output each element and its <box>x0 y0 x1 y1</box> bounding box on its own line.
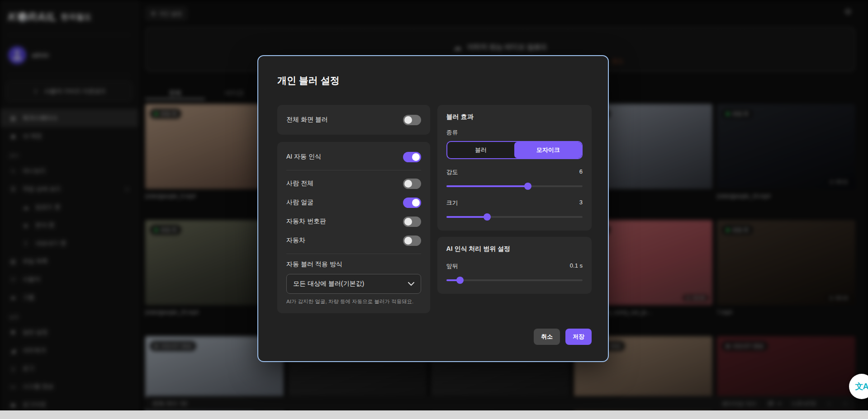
car-label: 자동차 <box>286 236 305 245</box>
auto-blur-method-label: 자동 블러 적용 방식 <box>286 260 421 268</box>
size-slider[interactable] <box>446 213 583 221</box>
personal-blur-settings-modal: 개인 블러 설정 전체 화면 블러 AI 자동 인식 사람 전체 <box>257 55 609 362</box>
chevron-down-icon <box>408 282 414 286</box>
size-value: 3 <box>579 199 583 207</box>
slider-thumb[interactable] <box>524 183 531 190</box>
person-all-toggle[interactable] <box>403 179 421 189</box>
range-label: 앞뒤 <box>446 262 458 270</box>
strength-value: 6 <box>579 168 583 176</box>
blur-effect-title: 블러 효과 <box>446 113 583 121</box>
range-slider[interactable] <box>446 277 583 284</box>
person-face-toggle[interactable] <box>403 198 421 208</box>
auto-blur-method-select[interactable]: 모든 대상에 블러(기본값) <box>286 274 421 294</box>
person-face-label: 사람 얼굴 <box>286 198 313 207</box>
modal-title: 개인 블러 설정 <box>277 74 592 87</box>
slider-thumb[interactable] <box>456 277 464 284</box>
ai-auto-detect-toggle[interactable] <box>403 152 421 162</box>
bottom-strip <box>0 410 868 419</box>
blur-effect-card: 블러 효과 종류 블러 모자이크 강도 6 크기 3 <box>437 105 592 231</box>
slider-thumb[interactable] <box>484 213 491 221</box>
strength-slider[interactable] <box>446 183 583 190</box>
strength-label: 강도 <box>446 168 458 176</box>
save-button[interactable]: 저장 <box>565 329 592 345</box>
blur-type-blur-option[interactable]: 블러 <box>447 142 515 158</box>
ai-range-card: AI 인식 처리 범위 설정 앞뒤 0.1 s <box>437 237 592 294</box>
ai-range-title: AI 인식 처리 범위 설정 <box>446 245 583 253</box>
blur-type-segmented: 블러 모자이크 <box>446 141 583 159</box>
ai-auto-detect-label: AI 자동 인식 <box>286 153 321 161</box>
range-value: 0.1 s <box>570 262 583 270</box>
divider <box>286 254 421 254</box>
auto-blur-help-text: AI가 감지한 얼굴, 차량 등에 자동으로 블러가 적용돼요. <box>286 298 421 305</box>
full-screen-blur-label: 전체 화면 블러 <box>286 116 328 124</box>
type-label: 종류 <box>446 128 583 137</box>
divider <box>286 170 421 170</box>
license-plate-toggle[interactable] <box>403 217 421 227</box>
license-plate-label: 자동차 번호판 <box>286 217 326 226</box>
cancel-button[interactable]: 취소 <box>534 329 560 345</box>
full-screen-blur-card: 전체 화면 블러 <box>277 105 430 135</box>
blur-type-mosaic-option[interactable]: 모자이크 <box>514 142 582 158</box>
person-all-label: 사람 전체 <box>286 179 313 188</box>
ai-detect-card: AI 자동 인식 사람 전체 사람 얼굴 자동차 번호판 자동차 <box>277 142 430 313</box>
translate-icon: 文A <box>855 381 868 392</box>
full-screen-blur-toggle[interactable] <box>403 115 421 125</box>
car-toggle[interactable] <box>403 235 421 246</box>
size-label: 크기 <box>446 199 458 207</box>
